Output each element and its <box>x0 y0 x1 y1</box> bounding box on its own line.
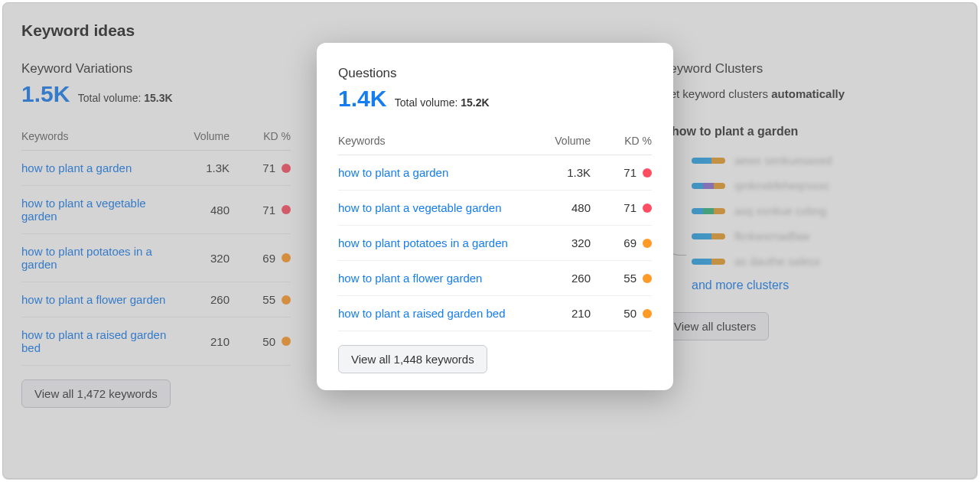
kd-value: 71 <box>623 201 637 214</box>
volume-cell: 1.3K <box>537 155 591 191</box>
kd-dot-icon <box>643 204 652 213</box>
table-row: how to plant a vegetable garden48071 <box>338 191 652 226</box>
table-row: how to plant a garden1.3K71 <box>338 155 652 191</box>
th-keywords[interactable]: Keywords <box>338 129 537 155</box>
questions-title: Questions <box>338 66 652 81</box>
kd-value: 55 <box>623 272 637 285</box>
kd-cell: 71 <box>591 155 652 191</box>
questions-tbody: how to plant a garden1.3K71how to plant … <box>338 155 652 331</box>
volume-cell: 260 <box>537 261 591 296</box>
questions-total-volume-value: 15.2K <box>461 96 489 109</box>
kd-cell: 55 <box>591 261 652 296</box>
volume-cell: 480 <box>537 191 591 226</box>
kd-dot-icon <box>643 274 652 283</box>
questions-total-volume: Total volume: 15.2K <box>395 96 490 109</box>
kd-dot-icon <box>643 239 652 248</box>
th-volume[interactable]: Volume <box>537 129 591 155</box>
kd-value: 69 <box>623 236 637 249</box>
keyword-link[interactable]: how to plant a garden <box>338 166 448 179</box>
kd-dot-icon <box>643 168 652 177</box>
kd-cell: 69 <box>591 226 652 261</box>
kd-value: 50 <box>623 307 637 320</box>
volume-cell: 320 <box>537 226 591 261</box>
kd-value: 71 <box>623 166 637 179</box>
kd-cell: 71 <box>591 191 652 226</box>
keyword-link[interactable]: how to plant a raised garden bed <box>338 307 506 320</box>
view-all-questions-button[interactable]: View all 1,448 keywords <box>338 345 487 373</box>
questions-summary: 1.4K Total volume: 15.2K <box>338 86 652 112</box>
questions-total-volume-label: Total volume: <box>395 96 457 109</box>
keyword-link[interactable]: how to plant potatoes in a garden <box>338 236 508 249</box>
keyword-link[interactable]: how to plant a vegetable garden <box>338 201 502 214</box>
kd-dot-icon <box>643 309 652 318</box>
questions-popup: Questions 1.4K Total volume: 15.2K Keywo… <box>317 43 673 390</box>
table-row: how to plant a raised garden bed21050 <box>338 296 652 331</box>
volume-cell: 210 <box>537 296 591 331</box>
questions-count: 1.4K <box>338 86 386 112</box>
questions-table: Keywords Volume KD % how to plant a gard… <box>338 129 652 331</box>
table-row: how to plant potatoes in a garden32069 <box>338 226 652 261</box>
kd-cell: 50 <box>591 296 652 331</box>
th-kd[interactable]: KD % <box>591 129 652 155</box>
table-row: how to plant a flower garden26055 <box>338 261 652 296</box>
keyword-link[interactable]: how to plant a flower garden <box>338 272 482 285</box>
